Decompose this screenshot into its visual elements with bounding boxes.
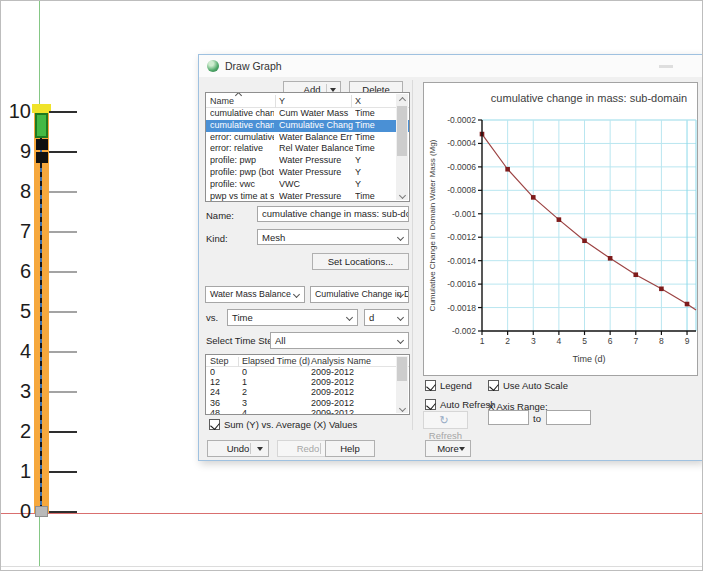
- name-input-value: cumulative change in mass: sub-domain: [262, 208, 409, 219]
- ruler-tick: [49, 311, 77, 313]
- steps-table-cell: 2009-2012: [311, 408, 391, 415]
- graph-list-row[interactable]: profile: pwp (bot...Water PressureY: [206, 167, 409, 179]
- app-sphere-icon: [207, 60, 219, 72]
- x-min-input[interactable]: [488, 410, 529, 425]
- graph-list-row[interactable]: cumulative chan...Cumulative Change i...…: [206, 120, 409, 132]
- column-base-handle[interactable]: [35, 506, 48, 517]
- checkbox-checked-icon[interactable]: [209, 419, 220, 430]
- graph-list-cell: pwp vs time at s...: [210, 191, 274, 202]
- ruler-label: 5: [1, 300, 31, 323]
- ruler-label: 9: [1, 140, 31, 163]
- steps-table-row[interactable]: 002009-2012: [206, 367, 409, 377]
- column-header-x[interactable]: X: [355, 96, 361, 106]
- svg-text:-0.0018: -0.0018: [447, 303, 476, 313]
- dialog-title: Draw Graph: [225, 60, 282, 72]
- help-button[interactable]: Help: [325, 440, 375, 457]
- kind-label: Kind:: [206, 233, 228, 244]
- soil-column-centerline: [40, 136, 42, 513]
- scroll-thumb[interactable]: [397, 357, 407, 381]
- set-locations-label: Set Locations...: [328, 256, 393, 267]
- graph-list-row[interactable]: profile: vwcVWCY: [206, 179, 409, 191]
- parameter-group-select[interactable]: Water Mass Balance: [205, 286, 305, 303]
- steps-table-row[interactable]: 2422009-2012: [206, 387, 409, 397]
- checkbox-checked-icon[interactable]: [425, 399, 436, 410]
- svg-text:6: 6: [608, 336, 613, 346]
- refresh-button[interactable]: ↻Refresh: [423, 411, 468, 429]
- column-header-y[interactable]: Y: [279, 96, 285, 106]
- ruler-tick: [49, 351, 77, 353]
- ruler-label: 2: [1, 420, 31, 443]
- x-max-input[interactable]: [546, 410, 591, 425]
- graph-list-cell: Y: [355, 179, 400, 191]
- graph-list-cell: profile: pwp: [210, 155, 274, 167]
- column-boundary-region: [35, 113, 48, 138]
- graph-list-cell: Water Pressure: [279, 167, 353, 179]
- time-steps-table[interactable]: Step Elapsed Time (d) Analysis Name 0020…: [205, 354, 410, 415]
- time-steps-select[interactable]: All: [270, 332, 409, 349]
- scroll-up-icon[interactable]: [396, 94, 408, 105]
- scroll-down-icon[interactable]: [396, 189, 408, 200]
- chart-panel[interactable]: 123456789-0.0002-0.0004-0.0006-0.0008-0.…: [423, 82, 698, 376]
- column-header-analysis[interactable]: Analysis Name: [311, 356, 371, 366]
- graph-list-cell: profile: pwp (bot...: [210, 167, 274, 179]
- parameter-item-select[interactable]: Cumulative Change in Domain W: [310, 286, 409, 303]
- sort-ascending-icon: [235, 92, 242, 99]
- sum-avg-checkbox[interactable]: Sum (Y) vs. Average (X) Values: [209, 419, 357, 430]
- graph-list-cell: Time: [355, 143, 400, 155]
- graph-list-row[interactable]: error: cumulativeWater Balance ErrTime: [206, 132, 409, 144]
- graph-list-cell: error: relative: [210, 143, 274, 155]
- graph-list-row[interactable]: error: relativeRel Water Balance ErrTime: [206, 143, 409, 155]
- elevation-zero-axis-line: [1, 513, 703, 514]
- scroll-down-icon[interactable]: [396, 402, 408, 413]
- legend-checkbox[interactable]: Legend: [425, 380, 472, 391]
- svg-text:-0.0014: -0.0014: [447, 256, 476, 266]
- redo-label: Redo: [297, 443, 320, 454]
- undo-button[interactable]: Undo: [207, 440, 269, 457]
- steps-table-scrollbar[interactable]: [396, 356, 408, 413]
- auto-refresh-checkbox[interactable]: Auto Refresh: [425, 399, 495, 410]
- ruler-tick: [49, 511, 77, 513]
- name-input[interactable]: cumulative change in mass: sub-domain: [257, 206, 409, 222]
- graph-list-row[interactable]: pwp vs time at s...Water PressureTime: [206, 191, 409, 202]
- x-parameter-select[interactable]: Time: [227, 309, 358, 326]
- column-header-name[interactable]: Name: [210, 96, 234, 106]
- svg-text:8: 8: [659, 336, 664, 346]
- ruler-label: 4: [1, 340, 31, 363]
- svg-text:-0.0006: -0.0006: [447, 162, 476, 172]
- kind-select[interactable]: Mesh: [257, 229, 409, 245]
- more-label: More: [437, 443, 459, 454]
- steps-table-row[interactable]: 1212009-2012: [206, 377, 409, 387]
- column-header-step[interactable]: Step: [210, 356, 229, 366]
- steps-table-cell: 4: [242, 408, 304, 415]
- set-locations-button[interactable]: Set Locations...: [312, 253, 409, 270]
- use-auto-scale-checkbox[interactable]: Use Auto Scale: [488, 380, 568, 391]
- chevron-down-icon: [397, 337, 404, 344]
- steps-table-row[interactable]: 4842009-2012: [206, 408, 409, 415]
- column-header-elapsed[interactable]: Elapsed Time (d): [242, 356, 310, 366]
- graph-list-cell: Time: [355, 132, 400, 144]
- ruler-label: 8: [1, 180, 31, 203]
- graph-list-cell: VWC: [279, 179, 353, 191]
- graph-list-row[interactable]: profile: pwpWater PressureY: [206, 155, 409, 167]
- graph-list-row[interactable]: cumulative chan...Cum Water MassTime: [206, 108, 409, 120]
- to-label: to: [533, 413, 541, 424]
- ruler-tick: [49, 271, 77, 273]
- scroll-thumb[interactable]: [397, 106, 407, 156]
- graph-list[interactable]: Name Y X cumulative chan...Cum Water Mas…: [205, 92, 410, 202]
- checkbox-checked-icon[interactable]: [425, 380, 436, 391]
- parameter-item-value: Cumulative Change in Domain W: [315, 289, 409, 299]
- unit-select[interactable]: d: [364, 309, 409, 326]
- chevron-down-icon: [397, 314, 404, 321]
- graph-list-scrollbar[interactable]: [396, 94, 408, 200]
- vs-label: vs.: [206, 312, 218, 323]
- window-frame-line: [1, 566, 703, 567]
- steps-table-cell: 2009-2012: [311, 398, 391, 408]
- dialog-titlebar[interactable]: Draw Graph: [199, 55, 702, 77]
- graph-list-header[interactable]: Name Y X: [206, 93, 409, 108]
- ruler-tick: [49, 231, 77, 233]
- steps-table-header[interactable]: Step Elapsed Time (d) Analysis Name: [206, 355, 409, 367]
- ruler-label: 10: [1, 100, 31, 123]
- undo-dropdown-icon[interactable]: [257, 447, 263, 451]
- steps-table-row[interactable]: 3632009-2012: [206, 398, 409, 408]
- checkbox-checked-icon[interactable]: [488, 380, 499, 391]
